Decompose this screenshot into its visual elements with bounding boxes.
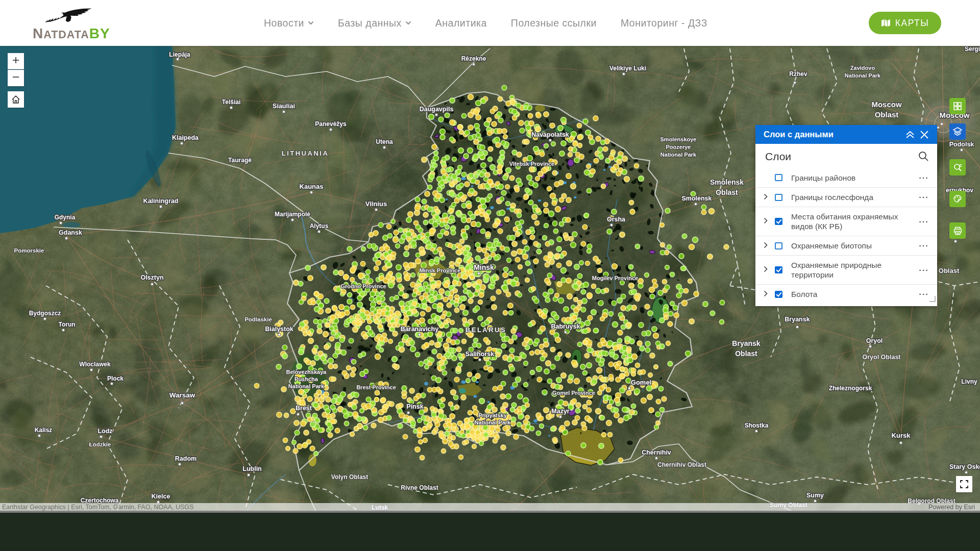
- svg-text:BELARUS: BELARUS: [465, 326, 506, 334]
- svg-text:Salihorsk: Salihorsk: [465, 350, 494, 358]
- svg-text:Klaipeda: Klaipeda: [172, 134, 199, 141]
- svg-text:Chernihiv: Chernihiv: [642, 449, 671, 456]
- svg-text:Shostka: Shostka: [745, 422, 769, 429]
- svg-text:Wloclawek: Wloclawek: [79, 361, 111, 368]
- svg-text:National Park: National Park: [660, 152, 697, 158]
- svg-text:Oryol: Oryol: [866, 337, 883, 344]
- svg-text:Pripyatsky: Pripyatsky: [478, 412, 507, 418]
- svg-text:Minsk: Minsk: [474, 263, 494, 271]
- svg-text:Livny: Livny: [961, 378, 977, 385]
- svg-text:Belovezhskaya: Belovezhskaya: [286, 369, 327, 375]
- svg-text:Smolensk: Smolensk: [681, 195, 712, 202]
- svg-text:Orsha: Orsha: [607, 216, 626, 223]
- svg-text:Smolenskoye: Smolenskoye: [660, 136, 697, 142]
- svg-text:Sergi: Sergi: [965, 46, 980, 53]
- svg-text:Lublin: Lublin: [242, 465, 262, 472]
- svg-text:Stary Osko: Stary Osko: [949, 463, 980, 470]
- svg-text:Łódzkie: Łódzkie: [89, 441, 111, 447]
- svg-text:National Park: National Park: [288, 383, 325, 389]
- svg-text:Rēzekne: Rēzekne: [461, 55, 486, 62]
- svg-text:Kaunas: Kaunas: [300, 183, 324, 190]
- svg-text:Olsztyn: Olsztyn: [140, 274, 163, 281]
- svg-text:Rivne Oblast: Rivne Oblast: [401, 484, 438, 491]
- svg-text:Kalisz: Kalisz: [35, 427, 53, 434]
- svg-text:Oblast: Oblast: [939, 267, 960, 274]
- svg-text:Siauliai: Siauliai: [273, 103, 295, 110]
- svg-text:Volyn Oblast: Volyn Oblast: [331, 473, 368, 481]
- svg-text:Zheleznogorsk: Zheleznogorsk: [829, 385, 872, 392]
- svg-text:Vilnius: Vilnius: [365, 200, 387, 208]
- svg-text:Mazyr: Mazyr: [551, 408, 570, 415]
- svg-text:Daugavpils: Daugavpils: [420, 106, 454, 113]
- svg-text:Radom: Radom: [175, 455, 197, 462]
- svg-text:Pushcha: Pushcha: [295, 376, 318, 382]
- svg-text:Minsk Province: Minsk Province: [420, 267, 461, 273]
- svg-text:Bialystok: Bialystok: [265, 325, 293, 333]
- svg-text:Brest: Brest: [296, 405, 312, 412]
- svg-text:Moscow: Moscow: [871, 100, 902, 109]
- svg-text:Oblast: Oblast: [735, 349, 757, 358]
- svg-text:Tauragė: Tauragė: [228, 157, 252, 164]
- svg-text:Gomel: Gomel: [631, 379, 651, 386]
- svg-text:Panevėžys: Panevėžys: [315, 120, 347, 128]
- svg-text:Bydgoszcz: Bydgoszcz: [29, 310, 61, 317]
- svg-text:Oblast: Oblast: [875, 110, 899, 119]
- svg-text:Pinsk: Pinsk: [406, 403, 423, 410]
- svg-text:Chernihiv Oblast: Chernihiv Oblast: [657, 461, 706, 468]
- svg-text:Telšiai: Telšiai: [222, 98, 240, 106]
- svg-text:Sumy: Sumy: [806, 492, 824, 499]
- svg-text:Gdynia: Gdynia: [55, 214, 76, 221]
- svg-text:LITHUANIA: LITHUANIA: [282, 149, 329, 157]
- svg-text:Podlaskie: Podlaskie: [244, 316, 272, 322]
- svg-text:Kaliningrad: Kaliningrad: [143, 197, 179, 205]
- svg-text:Grodno Province: Grodno Province: [340, 283, 386, 289]
- svg-text:Bryansk: Bryansk: [732, 339, 760, 347]
- svg-text:Kielce: Kielce: [152, 493, 170, 500]
- svg-text:Vitebsk Province: Vitebsk Province: [509, 161, 554, 167]
- svg-text:Gdansk: Gdansk: [59, 229, 82, 236]
- svg-text:Pomorskie: Pomorskie: [14, 247, 44, 254]
- svg-text:Warsaw: Warsaw: [169, 391, 195, 399]
- svg-text:Poozerye: Poozerye: [666, 144, 691, 150]
- svg-text:Gomel Province: Gomel Province: [552, 390, 595, 396]
- svg-text:Navapolatsk: Navapolatsk: [531, 131, 569, 138]
- svg-text:Kursk: Kursk: [892, 432, 911, 439]
- svg-text:Bryansk: Bryansk: [785, 316, 810, 323]
- svg-text:Mogilev Province: Mogilev Province: [592, 275, 638, 281]
- svg-text:Zavidovo: Zavidovo: [850, 65, 875, 71]
- svg-text:Alytus: Alytus: [310, 222, 329, 230]
- svg-text:Brest Province: Brest Province: [356, 384, 396, 390]
- svg-text:Marijampolė: Marijampolė: [275, 211, 310, 218]
- svg-text:Liepāja: Liepāja: [169, 51, 190, 58]
- svg-text:Podolsk: Podolsk: [949, 141, 974, 148]
- svg-text:Baranavichy: Baranavichy: [401, 325, 438, 333]
- svg-text:Torun: Torun: [58, 321, 75, 328]
- svg-text:Utena: Utena: [376, 138, 393, 145]
- svg-text:Rzhev: Rzhev: [789, 70, 807, 78]
- svg-text:National Park: National Park: [845, 72, 881, 79]
- svg-text:Oryol Oblast: Oryol Oblast: [862, 354, 901, 361]
- svg-text:Oblast: Oblast: [716, 188, 738, 196]
- svg-text:Lodz: Lodz: [97, 428, 112, 435]
- svg-text:Velikiye Luki: Velikiye Luki: [609, 65, 646, 72]
- svg-text:National Park: National Park: [475, 419, 511, 425]
- svg-text:Plock: Plock: [107, 375, 124, 382]
- svg-text:Smolensk: Smolensk: [710, 178, 744, 186]
- svg-text:Babruysk: Babruysk: [551, 323, 580, 330]
